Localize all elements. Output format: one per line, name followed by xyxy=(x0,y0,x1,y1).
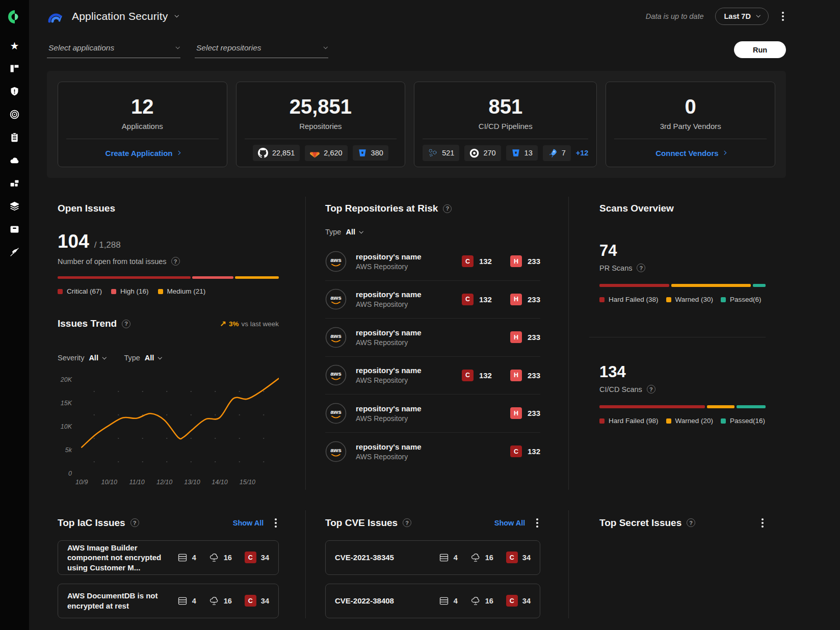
repository-row[interactable]: aws repository's nameAWS Repository H233 xyxy=(325,395,540,433)
cloud-network-icon xyxy=(209,553,219,563)
pipelines-label: CI/CD Pipelines xyxy=(479,122,533,130)
help-icon[interactable] xyxy=(122,320,130,328)
chevron-down-icon xyxy=(175,13,179,17)
cve-issue-card[interactable]: CVE-2022-38408 4 16 C 34 xyxy=(325,584,540,618)
pr-scans-label: PR Scans xyxy=(599,264,632,272)
bottom-section: Top IaC Issues Show All AWS Image Builde… xyxy=(47,510,786,618)
github-repos-chip[interactable]: 22,851 xyxy=(253,145,300,161)
resources-icon xyxy=(177,553,188,563)
scans-overview-column: Scans Overview 74 PR Scans Hard Failed (… xyxy=(568,197,786,490)
create-application-link[interactable]: Create Application xyxy=(106,149,179,158)
legend-passed: Passed(6) xyxy=(721,296,762,303)
trend-plot-area xyxy=(75,369,279,474)
time-range-select[interactable]: Last 7D xyxy=(715,8,769,25)
high-badge: H xyxy=(510,407,522,419)
connect-vendors-link[interactable]: Connect Vendors xyxy=(655,149,725,158)
iac-show-all-link[interactable]: Show All xyxy=(233,519,264,527)
favorites-star-icon[interactable]: ★ xyxy=(9,40,20,51)
layers-icon[interactable] xyxy=(9,200,20,212)
trend-y-axis: 20K 15K 10K 5k 0 xyxy=(58,369,75,474)
vendors-card: 0 3rd Party Vendors Connect Vendors xyxy=(606,82,775,167)
help-icon[interactable] xyxy=(171,257,180,266)
repo-type-filter[interactable]: Type All xyxy=(325,228,362,236)
repository-row[interactable]: aws repository's nameAWS Repository C132… xyxy=(325,281,540,319)
pen-nib-icon[interactable] xyxy=(9,246,20,258)
kebab-menu-icon[interactable] xyxy=(273,516,279,530)
cloud-network-icon xyxy=(470,553,481,563)
top-repositories-title: Top Repositories at Risk xyxy=(325,203,438,214)
repository-row[interactable]: aws repository's nameAWS Repository C132… xyxy=(325,243,540,281)
iac-issue-card[interactable]: AWS Image Builder component not encrypte… xyxy=(58,540,279,575)
trend-x-axis: 10/9 10/10 11/10 12/10 13/10 14/10 15/10 xyxy=(75,479,279,490)
pipelines-count: 851 xyxy=(488,95,522,118)
cve-issue-card[interactable]: CVE-2021-38345 4 16 C 34 xyxy=(325,540,540,575)
bitbucket-pipelines-chip[interactable]: 13 xyxy=(506,145,538,161)
iac-issue-card[interactable]: AWS DocumentDB is not encrypted at rest … xyxy=(58,584,279,618)
blocks-icon[interactable] xyxy=(9,177,20,189)
repository-row[interactable]: aws repository's nameAWS Repository C132… xyxy=(325,357,540,395)
module-switcher[interactable]: Application Security xyxy=(47,8,178,24)
repositories-select[interactable]: Select repositories xyxy=(195,43,328,58)
cve-show-all-link[interactable]: Show All xyxy=(494,519,526,527)
legend-passed: Passed(16) xyxy=(721,417,765,425)
cloud-icon[interactable] xyxy=(9,154,20,166)
rocket-icon xyxy=(548,148,558,158)
critical-count: C 34 xyxy=(245,595,269,607)
cloud-network-icon xyxy=(470,596,481,606)
rocket-chip[interactable]: 7 xyxy=(543,145,571,161)
cloud-count: 16 xyxy=(209,596,232,606)
top-secrets-column: Top Secret Issues xyxy=(568,510,786,618)
target-icon[interactable] xyxy=(9,109,20,120)
warned-segment xyxy=(707,405,734,408)
bitbucket-icon xyxy=(358,148,367,158)
more-pipelines-link[interactable]: +12 xyxy=(576,149,589,157)
help-icon[interactable] xyxy=(130,518,139,527)
applications-select[interactable]: Select applications xyxy=(47,43,180,58)
gears-icon xyxy=(428,148,438,158)
vendors-count: 0 xyxy=(685,95,696,118)
storefront-icon[interactable] xyxy=(9,223,20,235)
trend-up-icon: ↗ xyxy=(220,319,226,328)
trend-line xyxy=(75,369,279,474)
pr-scans-count: 74 xyxy=(599,242,766,260)
kebab-menu-icon[interactable] xyxy=(780,10,786,23)
shield-alert-icon[interactable] xyxy=(9,86,20,97)
severity-filter[interactable]: Severity All xyxy=(58,354,106,362)
clipboard-icon[interactable] xyxy=(9,132,20,143)
kebab-menu-icon[interactable] xyxy=(534,516,540,530)
generic-ci-chip[interactable]: 521 xyxy=(423,145,459,161)
resources-icon xyxy=(439,596,449,606)
repository-row[interactable]: aws repository's nameAWS Repository H233 xyxy=(325,319,540,357)
aws-icon: aws xyxy=(325,441,347,462)
type-filter[interactable]: Type All xyxy=(124,354,161,362)
open-issues-severity-bar xyxy=(58,276,279,279)
help-icon[interactable] xyxy=(443,204,452,213)
bitbucket-repos-chip[interactable]: 380 xyxy=(353,145,388,161)
kebab-menu-icon[interactable] xyxy=(759,516,766,530)
dashboard-icon[interactable] xyxy=(9,63,20,74)
gitlab-repos-chip[interactable]: 2,620 xyxy=(305,145,347,161)
repositories-select-placeholder: Select repositories xyxy=(196,43,261,52)
help-icon[interactable] xyxy=(637,264,645,272)
brand-logo-icon[interactable] xyxy=(7,9,23,25)
help-icon[interactable] xyxy=(403,518,411,527)
help-icon[interactable] xyxy=(647,385,655,393)
time-range-value: Last 7D xyxy=(724,12,751,20)
cicd-scans-label: CI/CD Scans xyxy=(599,385,642,393)
cicd-scans-bar xyxy=(599,405,766,408)
repository-row[interactable]: aws repository's nameAWS Repository C132 xyxy=(325,433,540,471)
open-issues-subtitle: Number of open from total issues xyxy=(58,257,167,266)
help-icon[interactable] xyxy=(687,518,695,527)
circleci-chip[interactable]: 270 xyxy=(464,145,501,161)
repository-list: aws repository's nameAWS Repository C132… xyxy=(325,243,540,470)
circleci-icon xyxy=(469,148,479,158)
run-button[interactable]: Run xyxy=(734,41,786,58)
critical-segment xyxy=(58,276,191,279)
chevron-down-icon xyxy=(359,229,363,233)
repositories-count: 25,851 xyxy=(290,95,352,118)
trend-delta: ↗ 3% vs last week xyxy=(220,319,279,328)
aws-icon: aws xyxy=(325,403,347,424)
filter-row: Select applications Select repositories … xyxy=(47,35,786,58)
critical-count: C 34 xyxy=(506,552,531,563)
hard-failed-segment xyxy=(599,405,705,408)
